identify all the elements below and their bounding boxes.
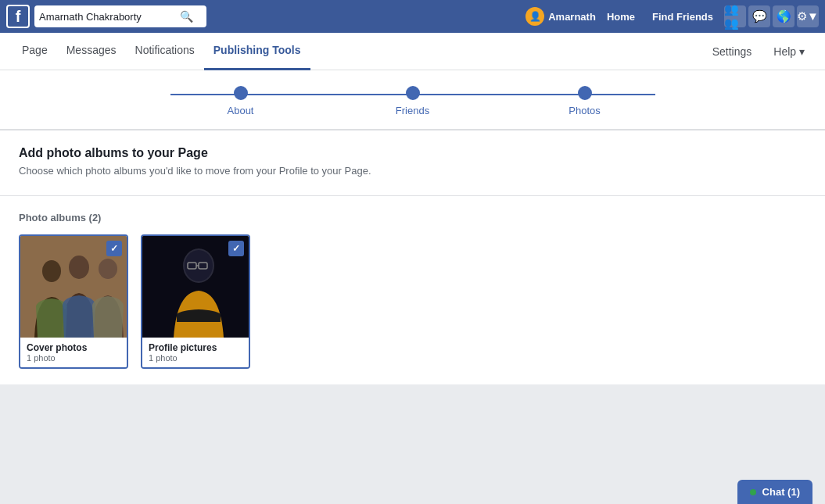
svg-point-4 — [99, 259, 117, 279]
messages-icon[interactable]: 💬 — [748, 5, 770, 27]
chat-label: Chat (1) — [762, 486, 800, 498]
step-about[interactable]: About — [155, 86, 327, 116]
albums-label: Photo albums (2) — [19, 212, 806, 223]
album-card-profile[interactable]: ✓ Profile pictures 1 photo — [141, 234, 250, 369]
step-label-about: About — [228, 105, 254, 116]
search-icon[interactable]: 🔍 — [180, 10, 193, 23]
friends-requests-icon[interactable]: 👥👥 — [724, 5, 746, 27]
settings-button[interactable]: Settings — [705, 41, 760, 63]
step-progress: About Friends Photos — [155, 86, 671, 116]
album-count-cover: 1 photo — [27, 353, 120, 363]
nav-publishing-tools[interactable]: Publishing Tools — [204, 33, 310, 70]
step-dot-friends — [406, 86, 420, 100]
album-name-cover: Cover photos — [27, 342, 120, 353]
chat-online-indicator — [750, 489, 756, 495]
chat-bar[interactable]: Chat (1) — [737, 480, 812, 504]
main-content: About Friends Photos Add photo albums to… — [0, 70, 825, 504]
find-friends-button[interactable]: Find Friends — [646, 8, 719, 26]
album-count-profile: 1 photo — [149, 353, 242, 363]
content-section: Add photo albums to your Page Choose whi… — [0, 130, 825, 195]
step-photos[interactable]: Photos — [499, 86, 671, 116]
nav-messages[interactable]: Messages — [57, 33, 126, 70]
nav-page[interactable]: Page — [13, 33, 57, 70]
page-navigation: Page Messages Notifications Publishing T… — [0, 33, 825, 70]
album-info-cover: Cover photos 1 photo — [20, 338, 127, 367]
page-nav-right: Settings Help ▾ — [705, 41, 812, 63]
album-card-cover[interactable]: ✓ Cover photos 1 photo — [19, 234, 128, 369]
albums-section: Photo albums (2) — [0, 195, 825, 384]
album-name-profile: Profile pictures — [149, 342, 242, 353]
account-menu-icon[interactable]: ⚙▼ — [797, 5, 819, 27]
nav-icons: 👥👥 💬 🌎 ⚙▼ — [724, 5, 819, 27]
notifications-icon[interactable]: 🌎 — [773, 5, 795, 27]
top-navigation: f 🔍 👤 Amarnath Home Find Friends 👥👥 💬 🌎 … — [0, 0, 825, 33]
section-subtitle: Choose which photo albums you'd like to … — [19, 165, 806, 177]
section-title: Add photo albums to your Page — [19, 146, 806, 160]
help-button[interactable]: Help ▾ — [766, 41, 812, 63]
nav-notifications[interactable]: Notifications — [126, 33, 204, 70]
facebook-logo: f — [6, 5, 30, 28]
search-input[interactable] — [39, 11, 180, 23]
step-dot-photos — [578, 86, 592, 100]
album-info-profile: Profile pictures 1 photo — [142, 338, 249, 367]
step-label-friends: Friends — [396, 105, 429, 116]
svg-point-3 — [69, 256, 89, 279]
top-nav-right: 👤 Amarnath Home Find Friends 👥👥 💬 🌎 ⚙▼ — [525, 5, 819, 27]
home-button[interactable]: Home — [601, 8, 641, 26]
search-bar[interactable]: 🔍 — [34, 5, 206, 27]
avatar: 👤 — [525, 7, 544, 26]
svg-point-2 — [42, 260, 61, 282]
step-progress-container: About Friends Photos — [0, 70, 825, 130]
albums-grid: ✓ Cover photos 1 photo — [19, 234, 806, 369]
step-label-photos: Photos — [569, 105, 600, 116]
step-dot-about — [234, 86, 248, 100]
user-profile-link[interactable]: 👤 Amarnath — [525, 7, 596, 26]
step-friends[interactable]: Friends — [327, 86, 499, 116]
album-check-cover: ✓ — [106, 241, 122, 256]
user-name: Amarnath — [548, 11, 596, 23]
album-check-profile: ✓ — [228, 241, 244, 256]
